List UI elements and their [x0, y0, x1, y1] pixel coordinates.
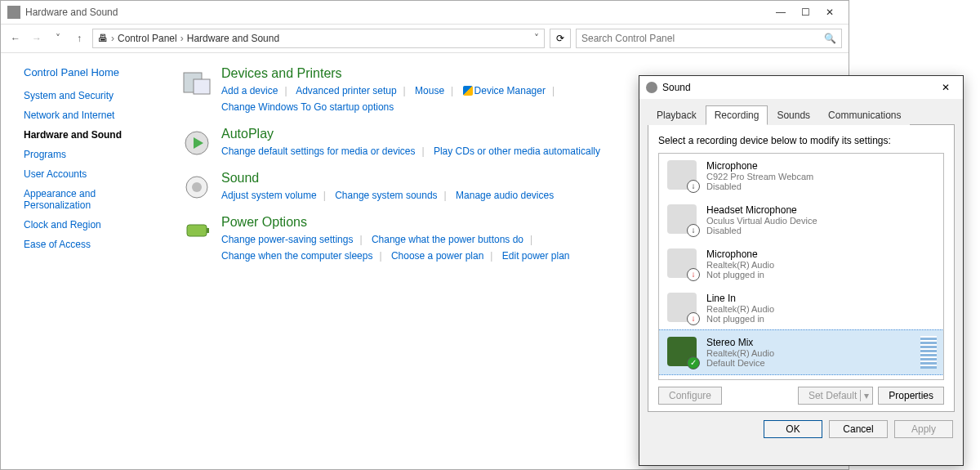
- link-adv-printer[interactable]: Advanced printer setup: [296, 85, 396, 96]
- link-autoplay-defaults[interactable]: Change default settings for media or dev…: [221, 145, 415, 157]
- dlg-title: Sound: [662, 82, 691, 93]
- link-power-buttons[interactable]: Change what the power buttons do: [372, 234, 523, 245]
- cp-home-link[interactable]: Control Panel Home: [24, 66, 164, 78]
- tab-sounds[interactable]: Sounds: [768, 105, 819, 125]
- refresh-button[interactable]: ⟳: [550, 29, 571, 48]
- side-system-security[interactable]: System and Security: [24, 90, 164, 101]
- back-button[interactable]: ←: [7, 30, 24, 47]
- cp-titlebar: Hardware and Sound — ☐ ✕: [1, 1, 849, 24]
- disabled-badge-icon: ↓: [687, 180, 700, 193]
- breadcrumb-0[interactable]: Control Panel: [118, 33, 177, 44]
- apply-button[interactable]: Apply: [894, 420, 953, 438]
- dlg-title-icon: [646, 82, 657, 93]
- address-bar[interactable]: 🖶 › Control Panel › Hardware and Sound ˅: [92, 29, 545, 48]
- tab-communications[interactable]: Communications: [819, 105, 910, 125]
- tab-recording[interactable]: Recording: [706, 105, 768, 125]
- side-ease-access[interactable]: Ease of Access: [24, 239, 164, 250]
- search-input[interactable]: [581, 33, 824, 44]
- dlg-close-button[interactable]: ✕: [935, 78, 956, 96]
- addr-dropdown[interactable]: ˅: [534, 33, 539, 44]
- link-add-device[interactable]: Add a device: [221, 85, 278, 96]
- device-row[interactable]: ↓ Headset MicrophoneOculus Virtual Audio…: [659, 198, 943, 242]
- cp-navbar: ← → ˅ ↑ 🖶 › Control Panel › Hardware and…: [1, 24, 849, 53]
- stereomix-icon: ✓: [666, 335, 700, 369]
- link-device-mgr[interactable]: Device Manager: [463, 85, 546, 96]
- link-autoplay-cds[interactable]: Play CDs or other media automatically: [434, 145, 600, 157]
- dlg-footer: OK Cancel Apply: [639, 412, 963, 446]
- side-programs[interactable]: Programs: [24, 149, 164, 160]
- breadcrumb-1[interactable]: Hardware and Sound: [187, 33, 279, 44]
- up-button[interactable]: ↑: [71, 30, 87, 47]
- dlg-instruction: Select a recording device below to modif…: [658, 135, 944, 146]
- addr-icon: 🖶: [98, 33, 108, 44]
- properties-button[interactable]: Properties: [878, 387, 944, 405]
- svg-rect-7: [207, 228, 209, 233]
- level-meter: [920, 336, 937, 369]
- device-row[interactable]: ↓ MicrophoneC922 Pro Stream WebcamDisabl…: [659, 154, 943, 198]
- device-list[interactable]: ↓ MicrophoneC922 Pro Stream WebcamDisabl…: [658, 153, 944, 380]
- search-icon: 🔍: [824, 33, 836, 44]
- disabled-badge-icon: ↓: [687, 224, 700, 237]
- device-row-selected[interactable]: ✓ Stereo MixRealtek(R) AudioDefault Devi…: [658, 329, 944, 375]
- link-sleep[interactable]: Change when the computer sleeps: [221, 250, 372, 262]
- cp-sidebar: Control Panel Home System and Security N…: [1, 66, 164, 275]
- device-row[interactable]: ↓ MicrophoneRealtek(R) AudioNot plugged …: [659, 242, 943, 286]
- cp-title: Hardware and Sound: [25, 7, 118, 18]
- mic-icon: ↓: [666, 203, 700, 237]
- linein-icon: ↓: [666, 291, 700, 325]
- svg-rect-6: [187, 225, 207, 236]
- sound-icon: [180, 171, 213, 204]
- devices-icon: [180, 66, 213, 99]
- side-clock-region[interactable]: Clock and Region: [24, 219, 164, 231]
- minimize-button[interactable]: —: [768, 2, 793, 22]
- maximize-button[interactable]: ☐: [793, 2, 817, 22]
- device-row[interactable]: ↓ Line InRealtek(R) AudioNot plugged in: [659, 286, 943, 330]
- side-hardware-sound[interactable]: Hardware and Sound: [24, 129, 164, 141]
- mic-icon: ↓: [666, 159, 700, 193]
- chevron-down-icon[interactable]: ▾: [860, 390, 869, 401]
- link-adjust-vol[interactable]: Adjust system volume: [221, 190, 317, 201]
- recent-dropdown[interactable]: ˅: [50, 30, 66, 47]
- power-icon: [180, 215, 213, 248]
- link-change-sounds[interactable]: Change system sounds: [335, 190, 437, 201]
- cp-title-icon: [7, 6, 20, 19]
- link-manage-audio[interactable]: Manage audio devices: [456, 190, 554, 201]
- close-button[interactable]: ✕: [817, 2, 842, 22]
- side-appearance[interactable]: Appearance and Personalization: [24, 188, 164, 211]
- unplugged-badge-icon: ↓: [687, 312, 700, 325]
- dlg-tabs: Playback Recording Sounds Communications: [639, 99, 963, 125]
- side-network[interactable]: Network and Internet: [24, 110, 164, 121]
- svg-point-5: [192, 182, 202, 192]
- shield-icon: [463, 86, 473, 96]
- link-mouse[interactable]: Mouse: [415, 85, 444, 96]
- link-edit-plan[interactable]: Edit power plan: [502, 250, 570, 262]
- link-choose-plan[interactable]: Choose a power plan: [391, 250, 483, 262]
- dlg-panel: Select a recording device below to modif…: [648, 124, 955, 412]
- sound-dialog: Sound ✕ Playback Recording Sounds Commun…: [639, 75, 964, 466]
- cancel-button[interactable]: Cancel: [829, 420, 888, 438]
- configure-button[interactable]: Configure: [658, 387, 722, 405]
- autoplay-icon: [180, 127, 213, 159]
- ok-button[interactable]: OK: [764, 420, 822, 438]
- link-power-save[interactable]: Change power-saving settings: [221, 234, 353, 245]
- side-user-accounts[interactable]: User Accounts: [24, 168, 164, 180]
- svg-rect-1: [194, 79, 210, 94]
- default-badge-icon: ✓: [687, 356, 700, 369]
- search-box[interactable]: 🔍: [576, 29, 842, 48]
- forward-button[interactable]: →: [29, 30, 45, 47]
- dlg-titlebar: Sound ✕: [639, 76, 963, 99]
- link-win-togo[interactable]: Change Windows To Go startup options: [221, 101, 394, 113]
- set-default-button[interactable]: Set Default▾: [798, 387, 873, 405]
- mic-icon: ↓: [666, 247, 700, 281]
- tab-playback[interactable]: Playback: [648, 105, 706, 125]
- unplugged-badge-icon: ↓: [687, 268, 700, 281]
